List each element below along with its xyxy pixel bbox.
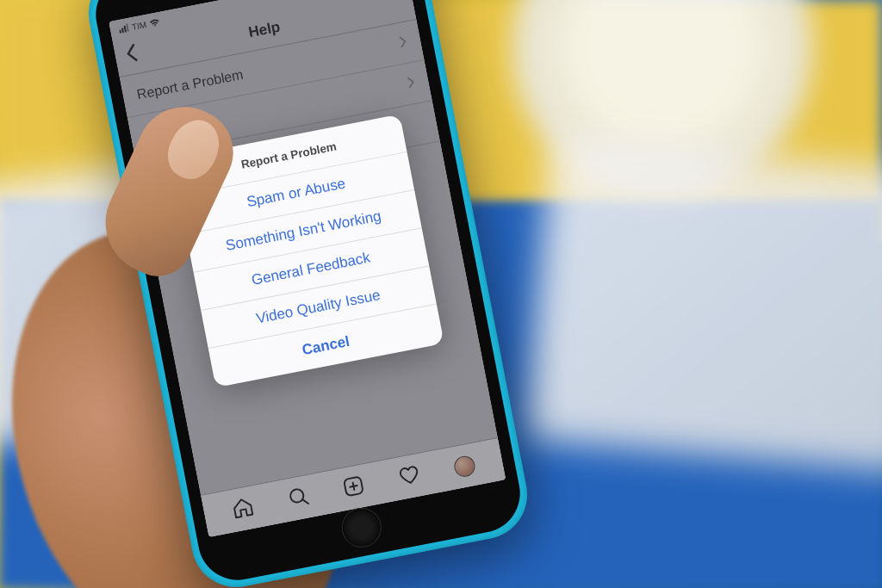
- home-button[interactable]: [338, 504, 384, 551]
